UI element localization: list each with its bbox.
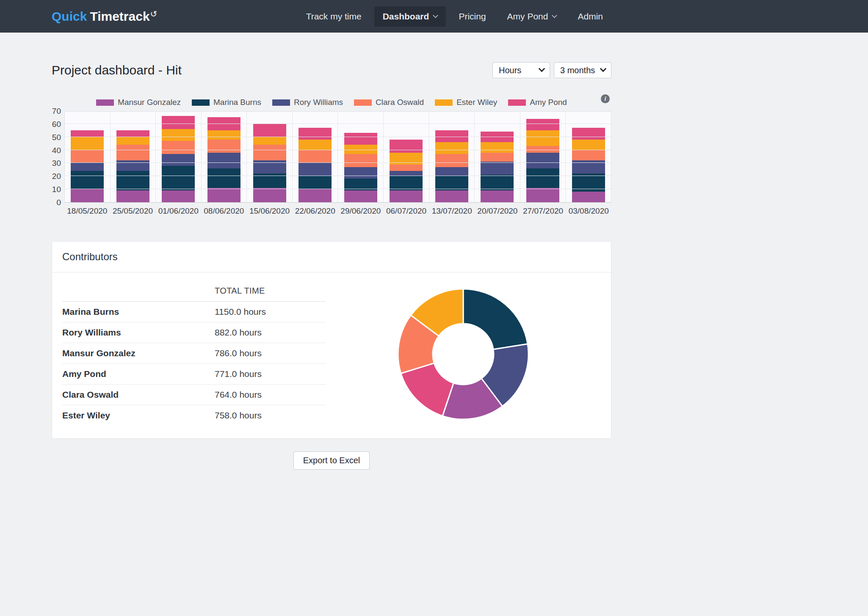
legend-item-amy-pond[interactable]: Amy Pond <box>508 98 567 107</box>
y-axis-tick: 60 <box>52 120 61 129</box>
contributors-rows: Marina Burns1150.0 hoursRory Williams882… <box>62 302 326 426</box>
bar-segment-mansur-gonzalez <box>481 190 514 202</box>
unit-select[interactable]: Hours <box>492 62 550 78</box>
navbar-inner: QuickTimetrack↺ Track my timeDashboardPr… <box>52 0 611 33</box>
x-axis-label: 29/06/2020 <box>338 206 384 216</box>
range-select[interactable]: 3 months <box>554 62 611 78</box>
legend-swatch <box>435 99 453 106</box>
bar-segment-mansur-gonzalez <box>572 192 605 202</box>
export-to-excel-button[interactable]: Export to Excel <box>293 451 370 470</box>
brand-quick: Quick <box>52 9 87 23</box>
bar-segment-amy-pond <box>299 128 332 140</box>
bar-segment-clara-oswald <box>207 140 240 153</box>
bar-25-05-2020 <box>116 130 149 202</box>
bar-segment-rory-williams <box>435 167 468 176</box>
bar-segment-ester-wiley <box>572 140 605 150</box>
bar-segment-rory-williams <box>207 153 240 168</box>
contributors-card-header: Contributors <box>52 242 611 272</box>
table-row: Ester Wiley758.0 hours <box>62 405 326 426</box>
bar-segment-amy-pond <box>481 132 514 142</box>
legend-label: Clara Oswald <box>376 98 424 107</box>
x-axis: 18/05/202025/05/202001/06/202008/06/2020… <box>64 206 611 216</box>
bar-segment-mansur-gonzalez <box>116 190 149 202</box>
bar-segment-amy-pond <box>253 124 286 137</box>
contributor-name: Amy Pond <box>62 369 215 379</box>
legend-swatch <box>508 99 526 106</box>
nav-item-dashboard[interactable]: Dashboard <box>374 6 446 27</box>
gridline <box>65 176 611 176</box>
bar-segment-amy-pond <box>390 140 423 153</box>
contributor-total-time: 1150.0 hours <box>215 307 266 317</box>
legend-label: Ester Wiley <box>456 98 497 107</box>
donut-slice-marina-burns <box>463 289 528 349</box>
bar-segment-amy-pond <box>344 133 377 145</box>
bar-segment-ester-wiley <box>435 142 468 154</box>
bar-segment-ester-wiley <box>253 137 286 145</box>
bar-segment-mansur-gonzalez <box>344 190 377 202</box>
contributor-total-time: 786.0 hours <box>215 348 262 358</box>
nav-item-track-my-time[interactable]: Track my time <box>298 6 370 27</box>
y-axis: 010203040506070 <box>52 111 64 203</box>
bar-13-07-2020 <box>435 130 468 202</box>
contributor-name: Marina Burns <box>62 307 215 317</box>
gridline <box>65 162 611 163</box>
bar-segment-clara-oswald <box>435 154 468 167</box>
bar-segment-marina-burns <box>299 176 332 189</box>
legend-swatch <box>96 99 114 106</box>
legend-label: Mansur Gonzalez <box>118 98 181 107</box>
name-column-header <box>62 286 215 296</box>
nav-item-label: Amy Pond <box>507 11 548 22</box>
bar-segment-rory-williams <box>526 153 559 168</box>
bar-segment-marina-burns <box>526 168 559 188</box>
nav-item-label: Pricing <box>459 11 486 22</box>
bar-segment-clara-oswald <box>71 150 104 163</box>
legend-item-mansur-gonzalez[interactable]: Mansur Gonzalez <box>96 98 181 107</box>
chevron-down-icon <box>433 13 439 18</box>
contributors-table: TOTAL TIME Marina Burns1150.0 hoursRory … <box>62 280 326 426</box>
bar-segment-clara-oswald <box>116 145 149 160</box>
bar-segment-rory-williams <box>299 163 332 176</box>
nav-menu: Track my timeDashboardPricingAmy PondAdm… <box>298 6 611 27</box>
legend-item-marina-burns[interactable]: Marina Burns <box>192 98 261 107</box>
gridline <box>65 150 611 150</box>
nav-item-amy-pond[interactable]: Amy Pond <box>499 6 565 27</box>
title-row: Project dashboard - Hit Hours 3 months <box>52 62 611 78</box>
main-content: Project dashboard - Hit Hours 3 months M… <box>52 33 611 520</box>
bar-segment-rory-williams <box>162 154 195 166</box>
info-icon[interactable]: i <box>601 94 610 103</box>
bar-segment-mansur-gonzalez <box>207 188 240 202</box>
brand-logo[interactable]: QuickTimetrack↺ <box>52 9 157 24</box>
bar-18-05-2020 <box>71 130 104 202</box>
gridline <box>65 189 611 189</box>
refresh-arrow-icon: ↺ <box>150 9 158 19</box>
bar-segment-mansur-gonzalez <box>526 188 559 202</box>
bar-segment-ester-wiley <box>526 130 559 146</box>
brand-timetrack: Timetrack <box>90 9 149 23</box>
bar-segment-mansur-gonzalez <box>299 189 332 202</box>
bar-segment-amy-pond <box>116 130 149 137</box>
bar-01-06-2020 <box>162 116 195 202</box>
bar-segment-amy-pond <box>162 116 195 129</box>
bar-segment-rory-williams <box>71 163 104 171</box>
contributor-total-time: 882.0 hours <box>215 327 262 338</box>
x-axis-label: 20/07/2020 <box>475 206 520 216</box>
table-row: Amy Pond771.0 hours <box>62 364 326 385</box>
legend-label: Amy Pond <box>530 98 567 107</box>
bar-segment-marina-burns <box>390 176 423 190</box>
x-axis-label: 22/06/2020 <box>292 206 338 216</box>
legend-item-ester-wiley[interactable]: Ester Wiley <box>435 98 497 107</box>
chevron-down-icon <box>600 66 607 72</box>
bar-segment-clara-oswald <box>344 154 377 167</box>
nav-item-pricing[interactable]: Pricing <box>450 6 494 27</box>
legend-item-rory-williams[interactable]: Rory Williams <box>272 98 343 107</box>
bar-segment-rory-williams <box>344 167 377 179</box>
bar-segment-ester-wiley <box>71 137 104 150</box>
chevron-down-icon <box>552 13 558 18</box>
y-axis-tick: 10 <box>52 185 61 194</box>
legend-swatch <box>354 99 372 106</box>
contributor-total-time: 771.0 hours <box>215 369 262 379</box>
legend-item-clara-oswald[interactable]: Clara Oswald <box>354 98 424 107</box>
nav-item-admin[interactable]: Admin <box>569 6 611 27</box>
y-axis-tick: 30 <box>52 159 61 168</box>
bar-segment-rory-williams <box>481 162 514 175</box>
